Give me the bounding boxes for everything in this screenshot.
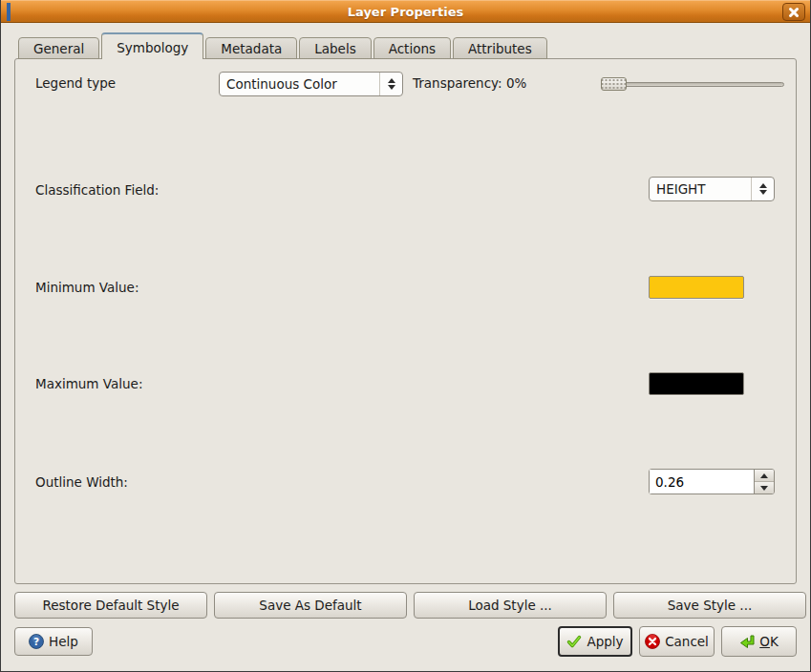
svg-text:?: ? [33,636,39,647]
dialog-buttons: Apply Cancel OK [558,626,797,657]
question-circle-icon: ? [29,634,44,649]
restore-default-style-button[interactable]: Restore Default Style [14,592,207,619]
minimum-value-label: Minimum Value: [35,280,139,295]
spin-buttons [754,470,774,494]
action-row: ? Help Apply Cancel [1,626,811,657]
minimum-color-button[interactable] [649,276,744,299]
load-style-button[interactable]: Load Style ... [414,592,607,619]
outline-width-spinbox [649,469,775,494]
tab-symbology[interactable]: Symbology [101,32,203,59]
transparency-label: Transparency: 0% [413,75,526,91]
x-circle-icon [645,634,660,649]
legend-type-value: Continuous Color [220,73,379,95]
title-bar: Layer Properties [1,0,810,23]
return-arrow-icon [739,634,755,649]
maximum-color-button[interactable] [649,372,744,395]
save-as-default-button[interactable]: Save As Default [214,592,407,619]
spin-up-button[interactable] [755,470,774,482]
classification-field-value: HEIGHT [650,178,751,200]
ok-button[interactable]: OK [721,626,797,657]
apply-button[interactable]: Apply [558,626,632,657]
tab-labels[interactable]: Labels [299,37,371,59]
style-button-row: Restore Default Style Save As Default Lo… [14,592,806,619]
save-style-button[interactable]: Save Style ... [613,592,806,619]
combo-updown-icon [751,178,774,200]
slider-handle[interactable] [601,77,627,91]
help-button[interactable]: ? Help [14,627,93,656]
maximum-value-label: Maximum Value: [35,376,142,391]
cancel-label: Cancel [665,634,709,649]
tab-metadata[interactable]: Metadata [205,37,297,59]
cancel-button[interactable]: Cancel [639,626,715,657]
tab-attributes[interactable]: Attributes [453,37,547,59]
ok-label: OK [759,634,779,649]
classification-field-select[interactable]: HEIGHT [649,177,775,201]
check-icon [566,634,582,649]
close-x-icon [788,7,800,18]
window-icon [7,5,23,19]
content-frame [14,58,797,584]
window-icon-glyph [7,3,11,21]
help-label: Help [49,634,78,649]
layer-properties-dialog: Layer Properties General Symbology Metad… [0,0,811,672]
outline-width-input[interactable] [650,470,754,494]
legend-type-label: Legend type [35,75,116,91]
slider-track[interactable] [601,82,784,87]
spin-down-button[interactable] [755,482,774,494]
outline-width-label: Outline Width: [35,474,128,490]
tab-bar: General Symbology Metadata Labels Action… [18,32,549,59]
legend-type-select[interactable]: Continuous Color [219,72,403,96]
window-title: Layer Properties [1,5,810,19]
transparency-slider[interactable] [601,76,784,92]
close-button[interactable] [782,3,805,21]
apply-label: Apply [587,634,623,649]
tab-actions[interactable]: Actions [373,37,451,59]
classification-field-label: Classification Field: [35,182,159,198]
tab-general[interactable]: General [18,37,99,59]
combo-updown-icon [379,73,402,95]
